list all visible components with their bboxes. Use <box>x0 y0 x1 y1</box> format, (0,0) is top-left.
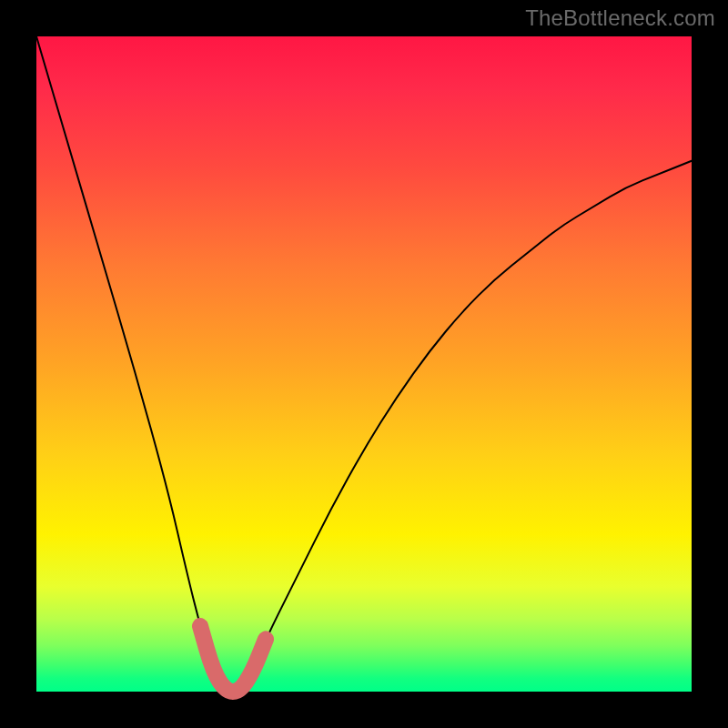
chart-frame: TheBottleneck.com <box>0 0 728 728</box>
watermark-text: TheBottleneck.com <box>525 5 715 31</box>
chart-plot-area <box>36 36 692 692</box>
curve-highlight-segment <box>200 626 266 692</box>
chart-svg <box>36 36 692 692</box>
curve-line <box>36 36 692 692</box>
